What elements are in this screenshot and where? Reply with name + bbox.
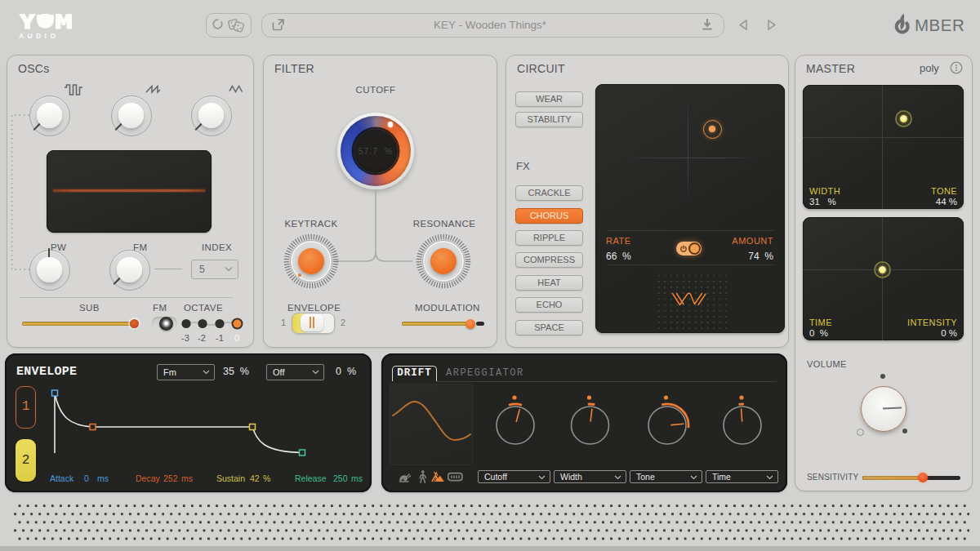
svg-text:AUDIO: AUDIO xyxy=(19,32,59,39)
